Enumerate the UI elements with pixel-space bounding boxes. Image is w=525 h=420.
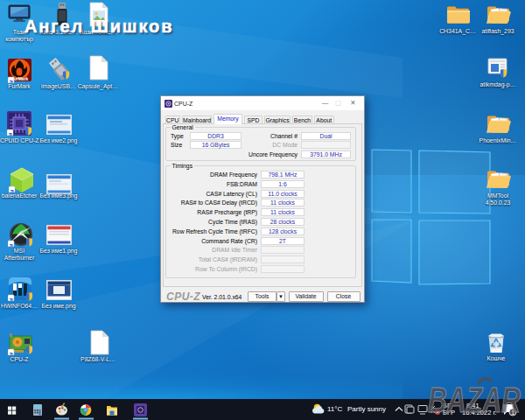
svg-text:BAZAR: BAZAR — [428, 380, 521, 420]
